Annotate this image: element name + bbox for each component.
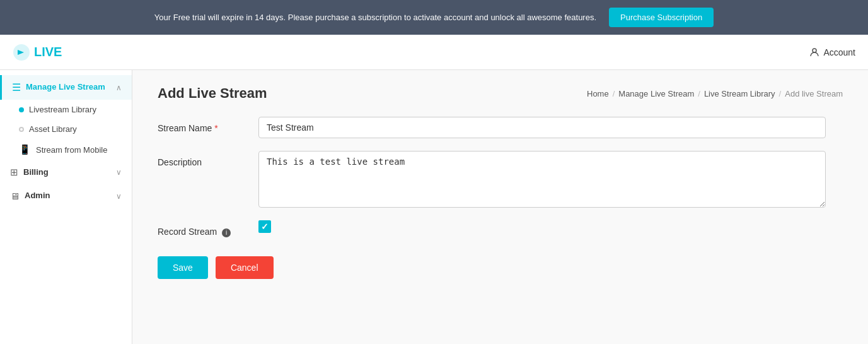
description-textarea[interactable]: This is a test live stream: [258, 151, 826, 208]
sidebar-item-label: Livestream Library: [29, 105, 96, 114]
description-row: Description This is a test live stream: [158, 151, 843, 208]
admin-icon: 🖥: [10, 191, 20, 201]
sidebar-admin[interactable]: 🖥 Admin ∨: [0, 184, 132, 208]
banner-message: Your Free trial will expire in 14 days. …: [154, 13, 596, 22]
trial-banner: Your Free trial will expire in 14 days. …: [0, 0, 868, 35]
page-header: Add Live Stream Home / Manage Live Strea…: [158, 85, 843, 102]
record-stream-checkbox-container: ✓: [258, 220, 271, 233]
breadcrumb-sep-2: /: [698, 89, 700, 98]
main-layout: ☰ Manage Live Stream ∧ Livestream Librar…: [0, 70, 868, 344]
mobile-icon: 📱: [19, 144, 31, 155]
sidebar-item-stream-from-mobile[interactable]: 📱 Stream from Mobile: [0, 139, 132, 160]
svg-point-1: [813, 49, 816, 52]
record-stream-row: Record Stream i ✓: [158, 220, 843, 237]
sidebar-chevron-icon: ∧: [116, 83, 122, 92]
sidebar-item-label: Asset Library: [29, 124, 77, 134]
save-button[interactable]: Save: [158, 256, 208, 279]
purchase-subscription-button[interactable]: Purchase Subscription: [609, 8, 714, 27]
billing-icon: ⊞: [10, 167, 18, 178]
dot-filled-icon: [19, 107, 24, 112]
required-indicator: *: [214, 123, 217, 133]
account-menu[interactable]: Account: [809, 47, 855, 57]
stream-name-input[interactable]: [258, 117, 826, 138]
account-label: Account: [823, 47, 855, 57]
breadcrumb-library: Live Stream Library: [704, 89, 775, 98]
sidebar-section-label: Manage Live Stream: [26, 82, 111, 93]
record-stream-label: Record Stream i: [158, 220, 258, 237]
sidebar-admin-label: Admin: [25, 191, 111, 201]
form-actions: Save Cancel: [158, 256, 843, 279]
sidebar: ☰ Manage Live Stream ∧ Livestream Librar…: [0, 70, 132, 344]
checkmark-icon: ✓: [261, 222, 269, 232]
admin-chevron-icon: ∨: [116, 192, 122, 201]
add-live-stream-form: Stream Name* Description This is a test …: [158, 117, 843, 279]
main-content: Add Live Stream Home / Manage Live Strea…: [132, 70, 868, 344]
breadcrumb-sep-3: /: [779, 89, 782, 98]
sidebar-item-livestream-library[interactable]: Livestream Library: [0, 100, 132, 119]
page-title: Add Live Stream: [158, 85, 267, 102]
app-header: LIVE Account: [0, 35, 868, 70]
sidebar-item-asset-library[interactable]: Asset Library: [0, 119, 132, 139]
breadcrumb-current: Add live Stream: [785, 89, 843, 98]
stream-name-label: Stream Name*: [158, 117, 258, 133]
description-label: Description: [158, 151, 258, 167]
sidebar-item-label: Stream from Mobile: [36, 145, 107, 155]
stream-name-row: Stream Name*: [158, 117, 843, 138]
menu-icon: ☰: [12, 81, 21, 93]
logo-text: LIVE: [34, 45, 62, 59]
record-stream-info-icon[interactable]: i: [222, 228, 231, 237]
cancel-button[interactable]: Cancel: [216, 256, 274, 279]
sidebar-billing-label: Billing: [23, 167, 111, 178]
breadcrumb: Home / Manage Live Stream / Live Stream …: [587, 89, 843, 98]
dot-outline-icon: [19, 127, 24, 132]
sidebar-manage-live-stream[interactable]: ☰ Manage Live Stream ∧: [0, 75, 132, 100]
account-icon: [809, 47, 819, 57]
breadcrumb-sep-1: /: [613, 89, 615, 98]
record-stream-checkbox[interactable]: ✓: [258, 220, 271, 233]
breadcrumb-home: Home: [587, 89, 609, 98]
sidebar-billing[interactable]: ⊞ Billing ∨: [0, 160, 132, 184]
breadcrumb-manage: Manage Live Stream: [618, 89, 694, 98]
logo: LIVE: [13, 44, 62, 61]
billing-chevron-icon: ∨: [116, 168, 122, 177]
logo-icon: [13, 44, 30, 61]
